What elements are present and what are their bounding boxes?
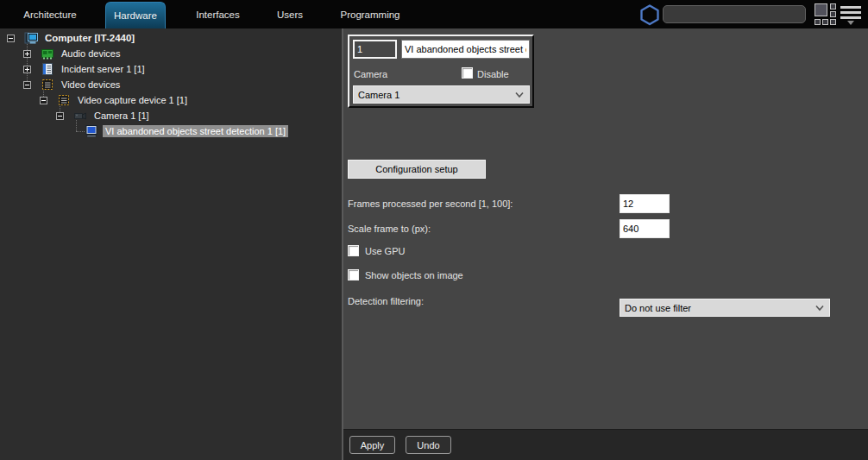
camera-icon (73, 109, 87, 123)
scale-frame-input[interactable] (620, 219, 670, 238)
detection-filtering-select[interactable]: Do not use filter (620, 299, 830, 317)
tree-item-label: VI abandoned objects street detection 1 … (103, 125, 288, 137)
computer-icon (24, 31, 38, 45)
menu-caret-icon (847, 21, 854, 25)
object-name-field[interactable] (401, 40, 530, 59)
disable-checkbox[interactable] (462, 67, 473, 79)
show-objects-label: Show objects on image (365, 270, 463, 280)
undo-button[interactable]: Undo (406, 436, 451, 454)
tree-item-label: Incident server 1 [1] (59, 63, 148, 75)
object-settings-box: Camera Disable Camera 1 (348, 35, 534, 108)
collapse-minus-toggle[interactable] (56, 112, 64, 120)
collapse-minus-toggle[interactable] (7, 35, 15, 42)
tree-item-label: Computer [IT-2440] (42, 32, 137, 44)
chevron-down-icon (514, 90, 525, 100)
show-objects-checkbox[interactable] (348, 269, 359, 280)
tree-item[interactable]: Video devices (23, 77, 123, 92)
collapse-minus-toggle[interactable] (23, 81, 31, 89)
grid-small-square (830, 19, 836, 25)
tree-item[interactable]: Video capture device 1 [1] (40, 92, 190, 108)
tab-architecture[interactable]: Architecture (7, 0, 93, 28)
tree-item-label: Video capture device 1 [1] (75, 94, 190, 106)
tree-item-label: Camera 1 [1] (91, 110, 152, 122)
grid-small-square (830, 3, 836, 9)
hexagon-logo-icon (638, 3, 661, 26)
tree-item[interactable]: Audio devices (23, 46, 123, 61)
tree-item[interactable]: Camera 1 [1] (56, 108, 152, 123)
grid-small-square (830, 11, 836, 17)
chevron-down-icon (815, 303, 825, 313)
incident-server-icon (41, 62, 54, 76)
object-id-field[interactable] (353, 40, 397, 59)
configuration-setup-button[interactable]: Configuration setup (348, 160, 486, 179)
layout-grid-icon[interactable] (815, 3, 837, 26)
search-input[interactable] (663, 5, 806, 23)
audio-card-icon (41, 47, 54, 60)
hamburger-menu-icon[interactable] (840, 6, 861, 25)
detection-filtering-label: Detection filtering: (348, 296, 424, 306)
camera-label: Camera (354, 69, 387, 79)
scale-frame-label: Scale frame to (px): (348, 224, 431, 234)
tab-interfaces[interactable]: Interfaces (177, 0, 259, 28)
chip-icon (41, 78, 54, 91)
frames-per-second-input[interactable] (620, 194, 670, 213)
menu-bar (840, 6, 861, 9)
chip-icon (57, 93, 71, 107)
tree-item[interactable]: Incident server 1 [1] (23, 61, 148, 77)
device-tree-panel: Computer [IT-2440]Audio devicesIncident … (0, 28, 342, 460)
collapse-minus-toggle[interactable] (40, 97, 47, 104)
apply-button[interactable]: Apply (349, 436, 395, 454)
disable-label: Disable (477, 69, 509, 79)
use-gpu-label: Use GPU (365, 246, 405, 256)
grid-small-square (822, 19, 828, 25)
detection-monitor-icon (85, 124, 98, 138)
tree-item-label: Video devices (59, 79, 123, 91)
grid-small-square (815, 19, 821, 25)
camera-select[interactable]: Camera 1 (353, 85, 530, 104)
grid-big-square (815, 3, 827, 16)
expand-plus-toggle[interactable] (23, 50, 31, 58)
tab-hardware[interactable]: Hardware (105, 2, 166, 28)
menu-bar (840, 11, 861, 14)
tab-programming[interactable]: Programming (330, 0, 410, 28)
tree-item[interactable]: VI abandoned objects street detection 1 … (72, 123, 288, 139)
tab-users[interactable]: Users (260, 0, 320, 28)
tree-item[interactable]: Computer [IT-2440] (7, 30, 137, 46)
tree-item-label: Audio devices (59, 47, 123, 60)
expand-plus-toggle[interactable] (23, 66, 31, 73)
detection-settings-panel: Camera Disable Camera 1 Configuration se… (343, 28, 868, 429)
frames-per-second-label: Frames processed per second [1, 100]: (348, 198, 513, 209)
use-gpu-checkbox[interactable] (348, 245, 359, 256)
top-navigation-bar: Architecture Hardware Interfaces Users P… (0, 0, 868, 28)
detection-filtering-value: Do not use filter (625, 303, 691, 313)
action-bar: Apply Undo (343, 429, 868, 460)
camera-select-value: Camera 1 (358, 90, 399, 100)
menu-bar (840, 16, 861, 19)
